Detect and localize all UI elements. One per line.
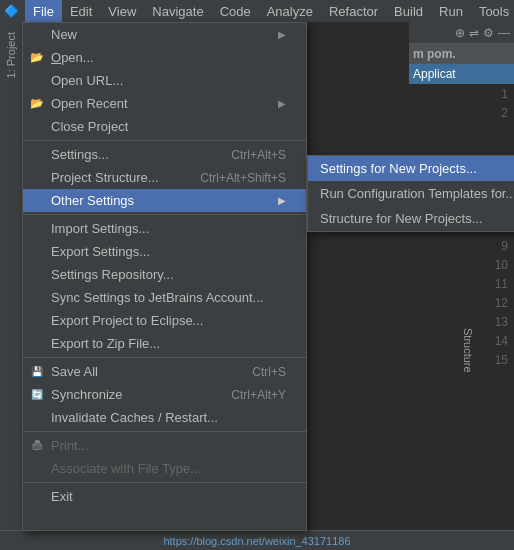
right-tab: m pom. <box>409 44 514 64</box>
menu-navigate[interactable]: Navigate <box>144 0 211 22</box>
menu-code[interactable]: Code <box>212 0 259 22</box>
submenu-item-structure-new-projects[interactable]: Structure for New Projects... <box>308 206 514 231</box>
left-sidebar: 1: Project <box>0 22 22 530</box>
menu-item-import-settings[interactable]: Import Settings... <box>23 217 306 240</box>
menu-item-synchronize[interactable]: 🔄 Synchronize Ctrl+Alt+Y <box>23 383 306 406</box>
line-15: 15 <box>479 350 514 369</box>
menu-file[interactable]: File <box>25 0 62 22</box>
line-1: 1 <box>479 84 514 103</box>
status-bar: https://blog.csdn.net/weixin_43171186 <box>0 530 514 550</box>
menu-item-export-zip[interactable]: Export to Zip File... <box>23 332 306 355</box>
right-content-label: Applicat <box>413 67 456 81</box>
menu-item-open-recent[interactable]: 📂 Open Recent ▶ <box>23 92 306 115</box>
menu-item-print[interactable]: 🖨️ Print... <box>23 434 306 457</box>
menu-item-sync-jetbrains[interactable]: Sync Settings to JetBrains Account... <box>23 286 306 309</box>
right-content-header: Applicat <box>409 64 514 84</box>
menu-refactor[interactable]: Refactor <box>321 0 386 22</box>
line-10: 10 <box>479 255 514 274</box>
menu-tools[interactable]: Tools <box>471 0 514 22</box>
menubar: 🔷 File Edit View Navigate Code Analyze R… <box>0 0 514 22</box>
menu-item-open-url[interactable]: Open URL... <box>23 69 306 92</box>
menu-item-export-settings[interactable]: Export Settings... <box>23 240 306 263</box>
menu-run[interactable]: Run <box>431 0 471 22</box>
menu-item-new[interactable]: New ▶ <box>23 23 306 46</box>
status-url: https://blog.csdn.net/weixin_43171186 <box>163 535 350 547</box>
menu-item-settings[interactable]: Settings... Ctrl+Alt+S <box>23 143 306 166</box>
menu-item-settings-repo[interactable]: Settings Repository... <box>23 263 306 286</box>
open-recent-arrow: ▶ <box>278 98 286 109</box>
line-9: 9 <box>479 236 514 255</box>
menu-item-open[interactable]: 📂 Open... <box>23 46 306 69</box>
other-settings-arrow: ▶ <box>278 195 286 206</box>
compass-icon[interactable]: ⊕ <box>455 26 465 40</box>
file-dropdown-menu: New ▶ 📂 Open... Open URL... 📂 Open Recen… <box>22 22 307 531</box>
project-panel-label[interactable]: 1: Project <box>5 32 17 78</box>
structure-panel-label[interactable]: Structure <box>462 328 474 373</box>
menu-item-assoc-file-type[interactable]: Associate with File Type... <box>23 457 306 480</box>
menu-edit[interactable]: Edit <box>62 0 100 22</box>
ide-toolbar-right: ⊕ ⇌ ⚙ — <box>409 22 514 44</box>
menu-item-close-project[interactable]: Close Project <box>23 115 306 138</box>
open-icon: 📂 <box>29 51 45 64</box>
layout-icon[interactable]: ⇌ <box>469 26 479 40</box>
sep1 <box>23 140 306 141</box>
line-14: 14 <box>479 331 514 350</box>
menu-item-other-settings[interactable]: Other Settings ▶ <box>23 189 306 212</box>
line-3 <box>479 122 514 141</box>
save-all-icon: 💾 <box>29 366 45 377</box>
app-icon: 🔷 <box>0 0 22 22</box>
submenu-item-run-config-templates[interactable]: Run Configuration Templates for... <box>308 181 514 206</box>
menu-item-export-eclipse[interactable]: Export Project to Eclipse... <box>23 309 306 332</box>
right-sidebar: Structure <box>457 300 479 400</box>
open-recent-icon: 📂 <box>29 97 45 110</box>
minimize-icon[interactable]: — <box>498 26 510 40</box>
new-arrow: ▶ <box>278 29 286 40</box>
line-numbers-panel: 1 2 6 7 8 9 10 11 12 13 14 15 <box>479 84 514 530</box>
gear-icon[interactable]: ⚙ <box>483 26 494 40</box>
menu-analyze[interactable]: Analyze <box>259 0 321 22</box>
menu-build[interactable]: Build <box>386 0 431 22</box>
synchronize-icon: 🔄 <box>29 389 45 400</box>
other-settings-submenu: Settings for New Projects... Run Configu… <box>307 155 514 232</box>
sep5 <box>23 482 306 483</box>
line-13: 13 <box>479 312 514 331</box>
menu-item-exit[interactable] <box>23 508 306 530</box>
menu-view[interactable]: View <box>100 0 144 22</box>
sep4 <box>23 431 306 432</box>
line-12: 12 <box>479 293 514 312</box>
line-2: 2 <box>479 103 514 122</box>
menu-item-power-save[interactable]: Exit <box>23 485 306 508</box>
menu-item-save-all[interactable]: 💾 Save All Ctrl+S <box>23 360 306 383</box>
right-tab-label: m pom. <box>413 47 456 61</box>
sep3 <box>23 357 306 358</box>
menu-item-project-structure[interactable]: Project Structure... Ctrl+Alt+Shift+S <box>23 166 306 189</box>
menu-item-invalidate-caches[interactable]: Invalidate Caches / Restart... <box>23 406 306 429</box>
submenu-item-settings-new-projects[interactable]: Settings for New Projects... <box>308 156 514 181</box>
sep2 <box>23 214 306 215</box>
print-icon: 🖨️ <box>29 440 45 451</box>
line-11: 11 <box>479 274 514 293</box>
